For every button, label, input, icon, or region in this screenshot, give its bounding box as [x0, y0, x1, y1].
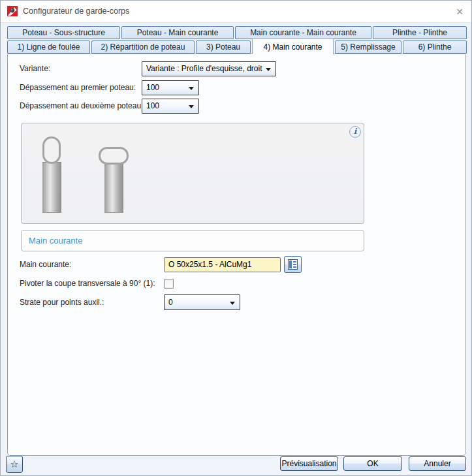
tab-main-courante-active[interactable]: 4) Main courante — [252, 39, 334, 54]
tab-content-panel: Variante: Variante : Profile d'esquisse,… — [7, 54, 466, 456]
dialog-window: Configurateur de garde-corps ✕ Poteau - … — [0, 0, 472, 476]
tab-poteau-sous-structure[interactable]: Poteau - Sous-structure — [7, 26, 120, 39]
tab-label: 2) Répartition de poteau — [101, 42, 185, 52]
variant-preview-panel: i — [21, 123, 364, 224]
tab-label: 6) Plinthe — [418, 42, 452, 52]
tab-label: Poteau - Main courante — [137, 28, 219, 37]
overhang-first-label: Dépassement au premier poteau: — [20, 80, 136, 95]
catalog-button[interactable] — [284, 256, 302, 273]
tab-label: Poteau - Sous-structure — [22, 28, 105, 37]
tab-label: 4) Main courante — [263, 42, 322, 52]
variante-label: Variante: — [20, 61, 50, 76]
preview-button[interactable]: Prévisualisation — [280, 456, 338, 471]
tab-repartition-de-poteau[interactable]: 2) Répartition de poteau — [91, 40, 195, 54]
overhang-second-dropdown[interactable]: 100 — [142, 99, 199, 114]
tab-plinthe[interactable]: 6) Plinthe — [403, 40, 467, 54]
overhang-second-value: 100 — [146, 101, 159, 110]
post-preview-cylinder-1 — [42, 162, 61, 213]
handrail-profile-vertical — [42, 136, 61, 164]
tab-poteau-main-courante[interactable]: Poteau - Main courante — [121, 26, 234, 39]
handrail-section-value: O 50x25x1.5 - AlCuMg1 — [168, 260, 251, 269]
ok-button[interactable]: OK — [343, 456, 402, 471]
variante-value: Variante : Profile d'esquisse, droit — [146, 64, 262, 73]
tab-label: 5) Remplissage — [341, 42, 395, 52]
chevron-down-icon — [266, 68, 271, 71]
tab-poteau[interactable]: 3) Poteau — [196, 40, 251, 54]
section-title: Main courante — [29, 236, 82, 246]
tab-label: Plinthe - Plinthe — [392, 28, 447, 37]
layer-label: Strate pour points auxil.: — [20, 294, 104, 310]
window-title: Configurateur de garde-corps — [23, 7, 129, 16]
tab-main-courante-main-courante[interactable]: Main courante - Main courante — [235, 26, 371, 39]
overhang-first-value: 100 — [146, 83, 159, 92]
chevron-down-icon — [189, 105, 194, 108]
layer-dropdown[interactable]: 0 — [164, 294, 240, 310]
tab-plinthe-plinthe[interactable]: Plinthe - Plinthe — [373, 26, 467, 39]
info-icon[interactable]: i — [349, 126, 361, 138]
handrail-label: Main courante: — [20, 257, 71, 272]
tab-remplissage[interactable]: 5) Remplissage — [335, 40, 401, 54]
handrail-profile-horizontal — [99, 147, 129, 165]
section-header-main-courante: Main courante — [21, 230, 364, 251]
tab-label: 1) Ligne de foulée — [17, 42, 80, 52]
rotate-checkbox[interactable] — [164, 279, 174, 289]
handrail-section-field[interactable]: O 50x25x1.5 - AlCuMg1 — [164, 257, 281, 272]
favorites-button[interactable]: ☆ — [6, 456, 23, 473]
variante-dropdown[interactable]: Variante : Profile d'esquisse, droit — [142, 61, 276, 76]
close-icon[interactable]: ✕ — [452, 5, 467, 19]
title-bar[interactable]: Configurateur de garde-corps ✕ — [1, 1, 471, 23]
overhang-second-label: Dépassement au deuxième poteau: — [20, 99, 143, 114]
overhang-first-dropdown[interactable]: 100 — [142, 80, 199, 95]
tab-label: Main courante - Main courante — [250, 28, 356, 37]
post-preview-cylinder-2 — [104, 163, 123, 213]
chevron-down-icon — [230, 302, 235, 305]
rotate-label: Pivoter la coupe transversale à 90° (1): — [20, 279, 155, 289]
catalog-icon — [288, 259, 298, 270]
tab-ligne-de-foulee[interactable]: 1) Ligne de foulée — [7, 40, 90, 54]
tab-label: 3) Poteau — [206, 42, 240, 52]
layer-value: 0 — [168, 298, 173, 307]
cancel-button[interactable]: Annuler — [409, 456, 466, 471]
allplan-logo-icon — [7, 6, 18, 16]
star-icon: ☆ — [10, 458, 18, 469]
chevron-down-icon — [189, 87, 194, 90]
